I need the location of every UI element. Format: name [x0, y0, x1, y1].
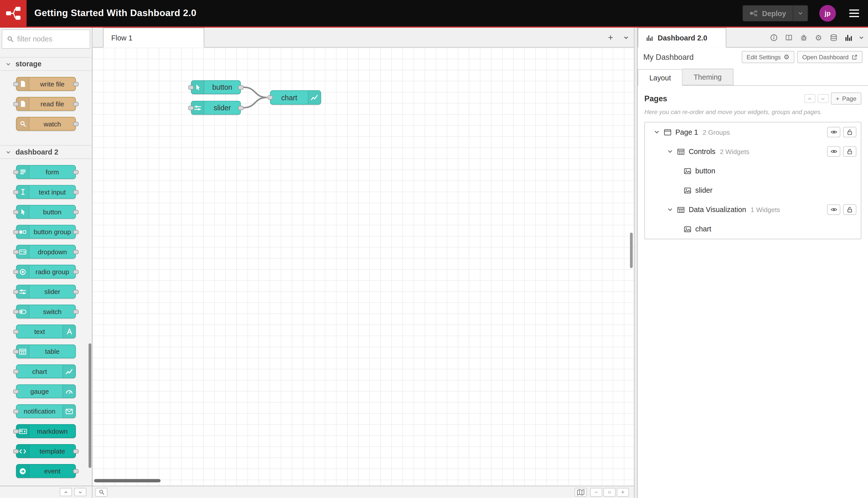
input-port[interactable] [188, 85, 193, 90]
toggle-visibility-button[interactable] [827, 146, 840, 157]
output-port [73, 190, 79, 194]
toggle-visibility-button[interactable] [827, 204, 840, 215]
flow-tab[interactable]: Flow 1 [103, 28, 204, 48]
deploy-button[interactable]: Deploy [743, 5, 793, 21]
eye-icon [830, 148, 837, 155]
flow-node-chart[interactable]: chart [270, 90, 321, 105]
palette-node-slider[interactable]: slider [16, 285, 76, 299]
palette-node-dropdown[interactable]: dropdown [16, 245, 76, 259]
palette-node-read-file[interactable]: read file [16, 97, 76, 111]
output-port [73, 82, 79, 86]
palette-node-notification[interactable]: notification [16, 404, 76, 418]
input-port[interactable] [188, 106, 193, 110]
input-port [13, 409, 19, 414]
output-port[interactable] [238, 85, 244, 90]
tab-layout[interactable]: Layout [638, 69, 683, 86]
toggle-visibility-button[interactable] [827, 127, 840, 137]
wire-button-to-chart[interactable] [244, 87, 267, 97]
palette-node-watch[interactable]: watch [16, 117, 76, 131]
zoom-out-button[interactable]: − [590, 488, 602, 497]
right-sidebar: Dashboard 2.0 ⚙ [638, 28, 868, 498]
zoom-reset-button[interactable]: ○ [603, 488, 615, 497]
expand-categories-button[interactable] [74, 488, 86, 496]
palette-node-chart[interactable]: chart [16, 364, 76, 378]
dashboard-tab-button[interactable] [841, 28, 856, 47]
sidebar-tab-label: Dashboard 2.0 [657, 34, 707, 42]
palette-node-gauge[interactable]: gauge [16, 384, 76, 398]
context-tab-button[interactable] [826, 28, 841, 47]
header: Getting Started With Dashboard 2.0 Deplo… [0, 0, 868, 27]
canvas-horizontal-scrollbar[interactable] [94, 479, 160, 482]
palette-node-markdown[interactable]: markdown [16, 424, 76, 438]
open-dashboard-button[interactable]: Open Dashboard [797, 51, 863, 63]
lock-icon [846, 148, 853, 155]
palette-node-template[interactable]: template [16, 444, 76, 458]
tree-row-group-data-visualization[interactable]: Data Visualization 1 Widgets [645, 200, 861, 219]
output-port [73, 230, 79, 234]
palette-node-table[interactable]: table [16, 344, 76, 358]
move-page-up-button[interactable] [804, 94, 815, 103]
palette-node-button[interactable]: button [16, 205, 76, 219]
sidebar-menu-button[interactable] [856, 28, 867, 47]
lock-button[interactable] [843, 127, 856, 137]
lock-button[interactable] [843, 204, 856, 215]
palette-scrollbar[interactable] [89, 343, 91, 468]
config-tab-button[interactable]: ⚙ [811, 28, 826, 47]
palette-node-form[interactable]: form [16, 165, 76, 179]
move-page-down-button[interactable] [817, 94, 829, 103]
eye-icon [830, 206, 837, 213]
output-port[interactable] [238, 106, 244, 110]
chevron-down-icon[interactable] [667, 148, 673, 155]
user-avatar[interactable]: jp [819, 5, 836, 22]
output-port [73, 270, 79, 274]
add-page-button[interactable]: + Page [831, 92, 862, 105]
page-title: Getting Started With Dashboard 2.0 [35, 8, 197, 19]
main-menu-button[interactable] [843, 0, 866, 27]
chevron-down-icon[interactable] [654, 129, 660, 135]
chevron-down-icon[interactable] [667, 207, 673, 212]
palette-filter-input[interactable] [17, 35, 85, 43]
collapse-categories-button[interactable] [60, 488, 72, 496]
palette-node-switch[interactable]: switch [16, 304, 76, 318]
lock-button[interactable] [843, 146, 856, 157]
zoom-in-button[interactable]: + [617, 488, 629, 497]
help-tab-button[interactable] [781, 28, 796, 47]
info-tab-button[interactable] [766, 28, 781, 47]
debug-tab-button[interactable] [796, 28, 811, 47]
deploy-options-button[interactable] [793, 5, 808, 21]
edit-settings-button[interactable]: Edit Settings ⚙ [742, 51, 794, 63]
flow-canvas[interactable]: button slider chart [92, 48, 634, 486]
palette-category-storage[interactable]: storage [0, 57, 92, 71]
book-icon [785, 34, 792, 41]
palette-category-dashboard-2[interactable]: dashboard 2 [0, 145, 92, 159]
tree-row-widget-slider[interactable]: slider [645, 181, 861, 200]
palette-node-button-group[interactable]: button group [16, 225, 76, 239]
palette-node-text[interactable]: text [16, 325, 76, 339]
wires-layer [92, 48, 634, 486]
input-port [13, 210, 19, 214]
input-port [13, 170, 19, 174]
palette-node-text-input[interactable]: text input [16, 185, 76, 199]
palette-node-radio-group[interactable]: radio group [16, 265, 76, 279]
tab-dashboard-2[interactable]: Dashboard 2.0 [638, 28, 726, 48]
flow-node-button[interactable]: button [191, 80, 241, 94]
wire-slider-to-chart[interactable] [244, 97, 267, 108]
flow-node-slider[interactable]: slider [191, 101, 241, 115]
tree-row-widget-chart[interactable]: chart [645, 219, 861, 239]
toggle-navigator-button[interactable] [575, 488, 587, 497]
tree-row-widget-button[interactable]: button [645, 161, 861, 180]
canvas-search-button[interactable] [95, 488, 107, 497]
tree-row-group-controls[interactable]: Controls 2 Widgets [645, 142, 861, 161]
canvas-vertical-scrollbar[interactable] [630, 233, 633, 268]
plus-icon: + [608, 32, 613, 42]
add-flow-button[interactable]: + [603, 28, 618, 47]
tab-theming[interactable]: Theming [683, 69, 733, 85]
flow-list-button[interactable] [618, 28, 634, 47]
tree-row-page-1[interactable]: Page 1 2 Groups [645, 122, 861, 142]
output-port [73, 309, 79, 314]
input-port[interactable] [267, 95, 273, 100]
palette-node-event[interactable]: event [16, 464, 76, 478]
sidebar-splitter[interactable] [634, 28, 638, 498]
output-port [73, 249, 79, 254]
palette-node-write-file[interactable]: write file [16, 77, 76, 91]
